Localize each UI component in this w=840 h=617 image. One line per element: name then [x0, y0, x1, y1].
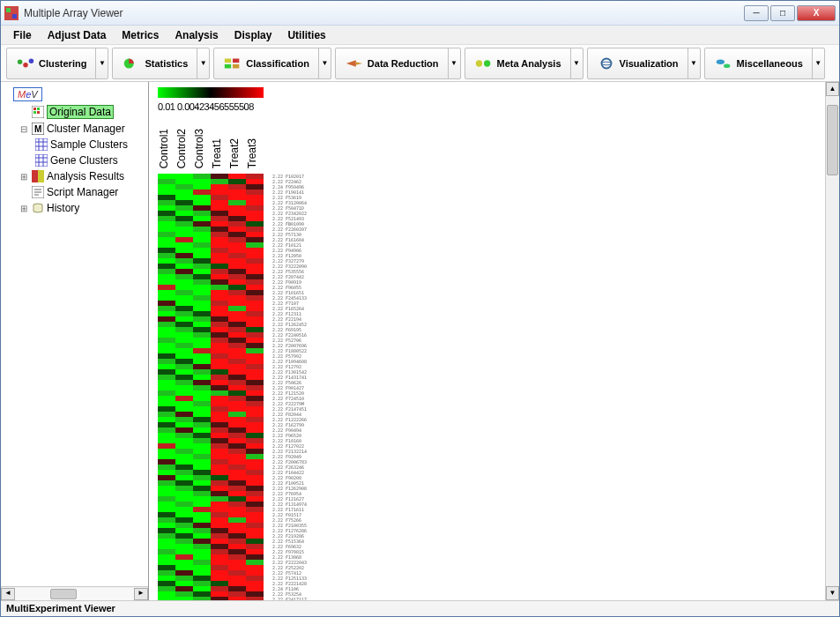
miscellaneous-icon: [714, 56, 733, 71]
tree-gene-clusters[interactable]: Gene Clusters: [3, 152, 146, 168]
svg-point-13: [601, 58, 611, 68]
tree-sample-clusters[interactable]: Sample Clusters: [3, 137, 146, 152]
svg-point-11: [475, 60, 481, 66]
data-reduction-icon: [345, 56, 364, 71]
expand-icon[interactable]: ⊞: [19, 204, 29, 213]
maximize-button[interactable]: □: [770, 5, 795, 21]
chevron-down-icon[interactable]: ▼: [688, 48, 700, 78]
svg-rect-18: [33, 108, 36, 110]
meta-analysis-icon: [474, 56, 494, 71]
status-text: MultiExperiment Viewer: [6, 603, 115, 613]
menu-adjust-data[interactable]: Adjust Data: [41, 27, 114, 43]
mev-logo: MeV: [13, 87, 42, 101]
sidebar: MeV Original Data ⊟ M Cluster Manager Sa…: [1, 82, 149, 600]
svg-rect-9: [225, 63, 231, 68]
menubar: File Adjust Data Metrics Analysis Displa…: [1, 26, 839, 45]
expand-icon[interactable]: ⊞: [19, 172, 29, 182]
statistics-button[interactable]: Statistics ▼: [112, 48, 210, 79]
scroll-track[interactable]: [15, 588, 134, 600]
heatmap-cell: [246, 597, 264, 600]
svg-point-4: [23, 63, 28, 68]
meta-analysis-button[interactable]: Meta Analysis ▼: [465, 48, 584, 79]
column-header: Control1: [158, 117, 175, 170]
visualization-button[interactable]: Visualization ▼: [587, 48, 701, 79]
column-header: Treat1: [211, 117, 228, 170]
menu-display[interactable]: Display: [227, 27, 279, 43]
manager-icon: M: [32, 123, 44, 135]
menu-file[interactable]: File: [6, 27, 39, 43]
results-icon: [32, 170, 44, 182]
svg-rect-10: [233, 63, 239, 68]
clustering-icon: [16, 56, 35, 71]
titlebar: Multiple Array Viewer ─ □ X: [1, 1, 839, 26]
tree-history[interactable]: ⊞ History: [3, 200, 146, 216]
miscellaneous-button[interactable]: Miscellaneous ▼: [704, 48, 825, 79]
svg-rect-21: [37, 111, 40, 114]
scroll-down-button[interactable]: ▼: [826, 586, 839, 600]
close-button[interactable]: X: [797, 5, 836, 21]
visualization-icon: [597, 56, 616, 71]
heatmap-column-headers: Control1Control2Control3Treat1Treat2Trea…: [158, 117, 264, 170]
statusbar: MultiExperiment Viewer: [1, 600, 839, 616]
expand-icon[interactable]: ⊟: [19, 124, 29, 134]
svg-rect-20: [33, 111, 36, 114]
menu-analysis[interactable]: Analysis: [167, 27, 225, 43]
svg-rect-24: [35, 138, 48, 151]
scroll-thumb[interactable]: [50, 589, 77, 599]
heatmap-cell: [158, 597, 175, 600]
chevron-down-icon[interactable]: ▼: [570, 48, 583, 78]
scroll-up-button[interactable]: ▲: [826, 82, 839, 96]
svg-rect-19: [37, 108, 40, 110]
svg-rect-35: [38, 170, 44, 182]
scroll-left-button[interactable]: ◄: [1, 588, 15, 600]
grid-icon: [35, 138, 48, 151]
tree-root[interactable]: MeV: [3, 85, 146, 103]
history-icon: [32, 202, 44, 214]
svg-rect-29: [35, 154, 48, 167]
tree-analysis-results[interactable]: ⊞ Analysis Results: [3, 168, 146, 184]
svg-point-12: [484, 60, 490, 66]
row-label: 2.22 F2417117: [272, 597, 307, 600]
main-vscrollbar[interactable]: ▲ ▼: [825, 82, 839, 600]
tree-view: MeV Original Data ⊟ M Cluster Manager Sa…: [1, 82, 148, 586]
app-icon: [4, 6, 19, 20]
column-header: Treat2: [228, 117, 246, 170]
tree-cluster-manager[interactable]: ⊟ M Cluster Manager: [3, 121, 146, 137]
chevron-down-icon[interactable]: ▼: [95, 48, 108, 78]
data-reduction-button[interactable]: Data Reduction ▼: [335, 48, 461, 79]
chevron-down-icon[interactable]: ▼: [448, 48, 460, 78]
heatmap-row: [158, 597, 264, 600]
sidebar-hscrollbar[interactable]: ◄ ►: [1, 586, 148, 600]
app-window: Multiple Array Viewer ─ □ X File Adjust …: [0, 0, 840, 617]
svg-point-16: [724, 63, 730, 68]
svg-rect-1: [6, 8, 11, 12]
toolbar: Clustering ▼ Statistics ▼ Classification…: [1, 45, 839, 82]
classification-button[interactable]: Classification ▼: [213, 48, 331, 79]
color-scale-bar: [158, 87, 264, 98]
clustering-button[interactable]: Clustering ▼: [6, 48, 108, 79]
chevron-down-icon[interactable]: ▼: [197, 48, 209, 78]
chevron-down-icon[interactable]: ▼: [812, 48, 824, 78]
heatmap: [158, 174, 264, 600]
heatmap-cell: [211, 597, 228, 600]
scroll-track[interactable]: [826, 96, 839, 586]
heatmap-cell: [175, 597, 193, 600]
svg-rect-2: [12, 14, 17, 19]
tree-original-data[interactable]: Original Data: [3, 103, 146, 121]
color-scale-labels: 0.01 0.00423456555508: [158, 101, 254, 112]
scroll-thumb[interactable]: [827, 105, 838, 175]
chevron-down-icon[interactable]: ▼: [318, 48, 331, 78]
svg-point-3: [18, 59, 23, 64]
tree-script-manager[interactable]: Script Manager: [3, 184, 146, 200]
heatmap-row-labels: 2.22 F1020172.22 F224622.24 F9504962.22 …: [272, 174, 307, 600]
column-header: Control3: [193, 117, 211, 170]
content-area: MeV Original Data ⊟ M Cluster Manager Sa…: [1, 82, 839, 600]
svg-point-14: [601, 62, 611, 65]
heatmap-cell: [228, 597, 246, 600]
scroll-right-button[interactable]: ►: [134, 588, 148, 600]
menu-metrics[interactable]: Metrics: [115, 27, 166, 43]
menu-utilities[interactable]: Utilities: [280, 27, 332, 43]
svg-text:M: M: [34, 124, 41, 134]
window-title: Multiple Array Viewer: [24, 7, 744, 19]
minimize-button[interactable]: ─: [744, 5, 769, 21]
